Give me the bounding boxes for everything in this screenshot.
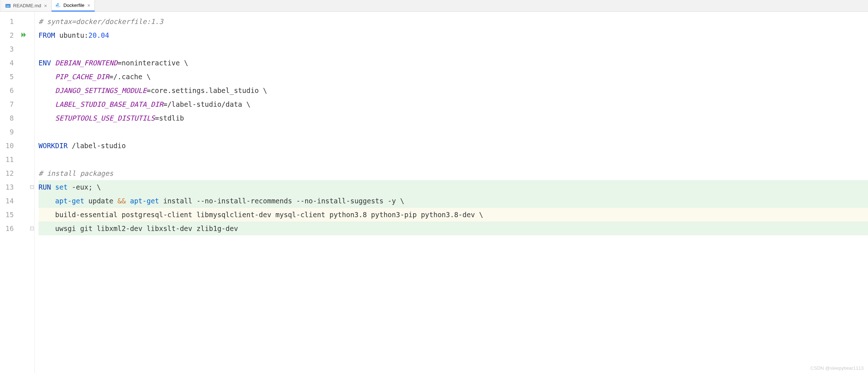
run-gutter-cell (18, 56, 29, 70)
run-gutter-cell (18, 139, 29, 153)
line-number: 8 (0, 111, 18, 125)
fold-gutter-cell (29, 28, 35, 42)
tab-dockerfile[interactable]: Dockerfile × (52, 0, 95, 12)
line-number: 2 (0, 28, 18, 42)
run-gutter-cell (18, 194, 29, 208)
md-icon: MD (5, 3, 11, 9)
watermark: CSDN @sleepybear1113 (811, 365, 864, 371)
fold-icon[interactable]: − (30, 227, 34, 230)
code-line[interactable] (39, 153, 868, 166)
fold-gutter-cell (29, 56, 35, 70)
code-line[interactable]: PIP_CACHE_DIR=/.cache \ (39, 70, 868, 84)
line-number: 15 (0, 208, 18, 222)
tab-label: README.md (13, 3, 41, 8)
run-gutter-cell (18, 111, 29, 125)
svg-text:MD: MD (6, 5, 10, 7)
line-number: 4 (0, 56, 18, 70)
tab-bar: MD README.md × Dockerfile × (0, 0, 868, 12)
svg-rect-3 (57, 5, 58, 6)
code-line[interactable]: LABEL_STUDIO_BASE_DATA_DIR=/label-studio… (39, 97, 868, 111)
code-line[interactable]: SETUPTOOLS_USE_DISTUTILS=stdlib (39, 111, 868, 125)
fold-icon[interactable]: − (30, 185, 34, 189)
fold-gutter-cell (29, 139, 35, 153)
line-number: 6 (0, 84, 18, 97)
run-gutter-cell (18, 15, 29, 28)
fold-gutter-cell (29, 15, 35, 28)
line-number: 10 (0, 139, 18, 153)
line-number: 12 (0, 166, 18, 180)
tab-label: Dockerfile (63, 3, 84, 8)
run-gutter-cell (18, 153, 29, 166)
run-gutter-cell (18, 70, 29, 84)
run-gutter-cell (18, 125, 29, 139)
fold-gutter-cell (29, 125, 35, 139)
line-number: 7 (0, 97, 18, 111)
editor-body: 12345678910111213141516 −− # syntax=dock… (0, 12, 868, 373)
run-gutter-cell (18, 180, 29, 194)
code-line[interactable]: FROM ubuntu:20.04 (39, 28, 868, 42)
run-gutter-cell (18, 222, 29, 235)
code-line[interactable]: # install packages (39, 166, 868, 180)
run-gutter (18, 12, 29, 373)
fold-gutter-cell (29, 42, 35, 56)
code-line[interactable]: build-essential postgresql-client libmys… (39, 208, 868, 222)
svg-rect-2 (56, 5, 57, 6)
run-gutter-cell (18, 28, 29, 42)
tab-readme[interactable]: MD README.md × (1, 0, 52, 11)
fold-gutter-cell (29, 194, 35, 208)
line-number: 16 (0, 222, 18, 235)
run-gutter-cell (18, 97, 29, 111)
code-line[interactable]: WORKDIR /label-studio (39, 139, 868, 153)
editor-container: MD README.md × Dockerfile × 123456789101… (0, 0, 868, 373)
fold-gutter-cell (29, 70, 35, 84)
code-line[interactable] (39, 42, 868, 56)
fold-gutter: −− (29, 12, 35, 373)
code-line[interactable]: DJANGO_SETTINGS_MODULE=core.settings.lab… (39, 84, 868, 97)
close-icon[interactable]: × (86, 3, 91, 8)
code-line[interactable]: # syntax=docker/dockerfile:1.3 (39, 15, 868, 28)
line-number: 14 (0, 194, 18, 208)
line-number: 1 (0, 15, 18, 28)
fold-gutter-cell: − (29, 180, 35, 194)
docker-icon (55, 3, 61, 8)
svg-rect-4 (57, 3, 58, 4)
run-gutter-cell (18, 84, 29, 97)
line-number: 9 (0, 125, 18, 139)
line-number-gutter: 12345678910111213141516 (0, 12, 18, 373)
code-line[interactable]: apt-get update && apt-get install --no-i… (39, 194, 868, 208)
fold-gutter-cell (29, 111, 35, 125)
run-gutter-cell (18, 42, 29, 56)
fold-gutter-cell (29, 97, 35, 111)
code-line[interactable]: uwsgi git libxml2-dev libxslt-dev zlib1g… (39, 222, 868, 235)
line-number: 13 (0, 180, 18, 194)
line-number: 3 (0, 42, 18, 56)
close-icon[interactable]: × (43, 3, 48, 9)
run-gutter-cell (18, 208, 29, 222)
code-area[interactable]: # syntax=docker/dockerfile:1.3FROM ubunt… (35, 12, 868, 373)
run-icon[interactable] (20, 32, 27, 39)
fold-gutter-cell (29, 84, 35, 97)
line-number: 11 (0, 153, 18, 166)
code-line[interactable] (39, 125, 868, 139)
code-line[interactable]: ENV DEBIAN_FRONTEND=noninteractive \ (39, 56, 868, 70)
fold-gutter-cell: − (29, 222, 35, 235)
fold-gutter-cell (29, 208, 35, 222)
fold-gutter-cell (29, 166, 35, 180)
line-number: 5 (0, 70, 18, 84)
fold-gutter-cell (29, 153, 35, 166)
run-gutter-cell (18, 166, 29, 180)
code-line[interactable]: RUN set -eux; \ (39, 180, 868, 194)
